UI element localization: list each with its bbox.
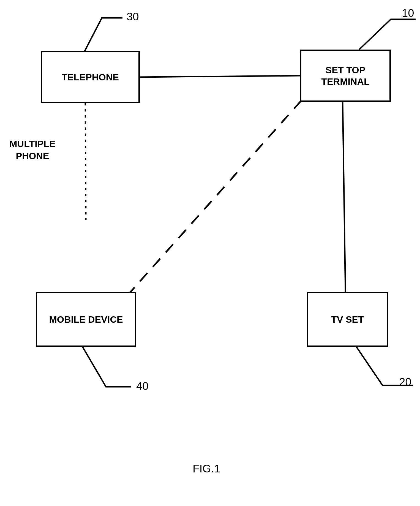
ref-label-30: 30 — [127, 10, 139, 23]
box-mobile: MOBILE DEVICE — [36, 292, 136, 347]
svg-line-0 — [140, 76, 300, 77]
box-mobile-label: MOBILE DEVICE — [49, 314, 123, 325]
box-tvset: TV SET — [307, 292, 388, 347]
figure-label: FIG.1 — [193, 463, 220, 475]
diagram-canvas: 30 10 40 20 TELEPHONE SET TOP TERMINAL M… — [0, 0, 420, 506]
box-telephone: TELEPHONE — [41, 51, 140, 103]
svg-line-2 — [129, 100, 301, 293]
ref-label-10: 10 — [402, 7, 414, 19]
svg-line-3 — [85, 103, 86, 220]
box-tvset-label: TV SET — [331, 314, 364, 325]
box-settop-label: SET TOP TERMINAL — [321, 64, 370, 88]
box-telephone-label: TELEPHONE — [62, 71, 119, 83]
ref-label-20: 20 — [399, 376, 411, 388]
svg-line-1 — [343, 102, 345, 292]
box-settop: SET TOP TERMINAL — [300, 50, 391, 102]
ref-label-40: 40 — [136, 380, 149, 392]
label-multiple-phone: MULTIPLE PHONE — [5, 138, 60, 162]
